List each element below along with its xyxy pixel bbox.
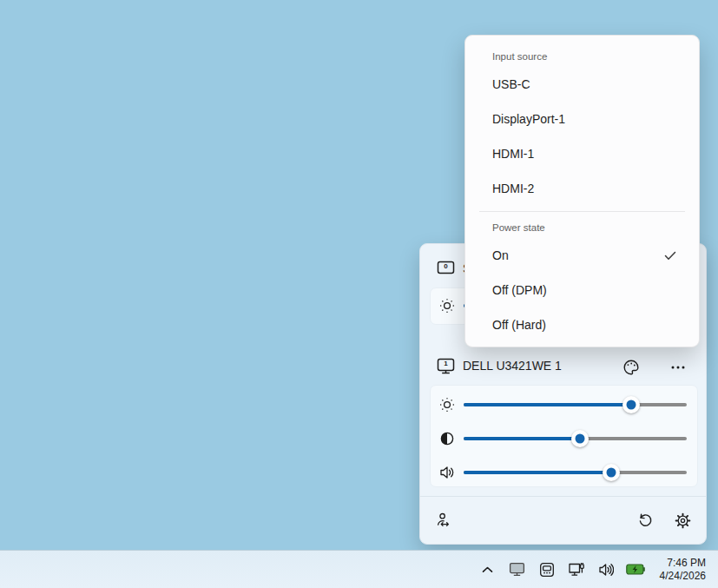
monitor-number-icon: 1 <box>437 358 455 374</box>
menu-item-displayport-1[interactable]: DisplayPort-1 <box>465 102 699 136</box>
clock-time: 7:46 PM <box>660 557 706 570</box>
slider-thumb[interactable] <box>603 464 620 481</box>
display-tray-icon[interactable] <box>507 558 528 581</box>
brightness-icon <box>431 298 464 314</box>
system-tray: 7:46 PM 4/24/2026 <box>478 557 718 583</box>
hidden-icons-chevron[interactable] <box>478 558 498 581</box>
menu-item-on[interactable]: On <box>465 238 699 273</box>
more-options-button[interactable] <box>665 354 691 380</box>
menu-divider <box>479 211 685 212</box>
network-tray-icon[interactable] <box>566 558 587 581</box>
monitor-name: DELL U3421WE 1 <box>463 359 562 373</box>
slider-thumb[interactable] <box>622 396 640 413</box>
link-levels-button[interactable] <box>431 507 457 533</box>
refresh-button[interactable] <box>631 507 657 533</box>
monitor-app-tray-icon[interactable] <box>537 558 557 581</box>
menu-item-off-dpm[interactable]: Off (DPM) <box>465 273 699 307</box>
monitor-row-dell[interactable]: 1 DELL U3421WE 1 <box>437 354 562 377</box>
taskbar-clock[interactable]: 7:46 PM 4/24/2026 <box>655 557 706 583</box>
menu-item-hdmi-2[interactable]: HDMI-2 <box>465 171 699 206</box>
contrast-icon <box>431 432 464 446</box>
panel-toolbar <box>420 497 706 544</box>
monitor-number-icon: 0 <box>437 261 455 277</box>
menu-item-hdmi-1[interactable]: HDMI-1 <box>465 136 699 171</box>
section-label-power-state: Power state <box>465 217 699 238</box>
section-label-input-source: Input source <box>465 46 699 67</box>
color-palette-button[interactable] <box>618 354 644 380</box>
volume-icon <box>431 466 464 479</box>
volume-tray-icon[interactable] <box>596 558 616 581</box>
brightness-icon <box>431 397 464 413</box>
brightness-slider[interactable] <box>464 396 687 413</box>
checkmark-icon <box>664 251 676 261</box>
volume-slider[interactable] <box>464 464 687 481</box>
menu-item-usb-c[interactable]: USB-C <box>465 67 699 102</box>
clock-date: 4/24/2026 <box>660 570 706 583</box>
settings-button[interactable] <box>669 507 695 533</box>
battery-charging-tray-icon[interactable] <box>625 558 646 581</box>
menu-item-off-hard[interactable]: Off (Hard) <box>465 307 699 342</box>
slider-card <box>430 385 698 487</box>
slider-thumb[interactable] <box>571 430 589 447</box>
input-source-context-menu: Input source USB-C DisplayPort-1 HDMI-1 … <box>464 35 700 347</box>
taskbar: 7:46 PM 4/24/2026 <box>0 550 718 588</box>
contrast-slider[interactable] <box>464 430 687 447</box>
